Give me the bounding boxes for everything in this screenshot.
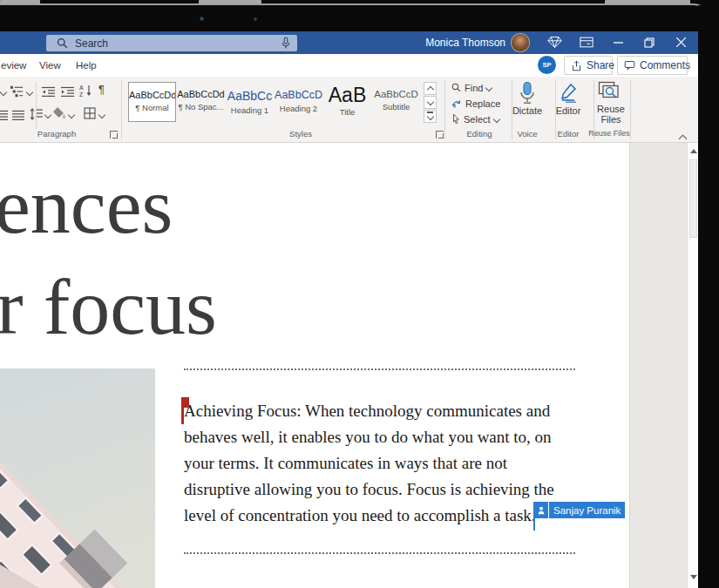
editor-icon[interactable]	[558, 82, 579, 106]
sort-icon[interactable]: AZ	[79, 84, 93, 101]
style-subtitle[interactable]: AaBbCcD Subtitle	[372, 82, 420, 122]
styles-scroll-up-button[interactable]	[424, 82, 437, 95]
style-label: ¶ Normal	[129, 103, 175, 112]
share-icon	[571, 60, 582, 71]
tab-view[interactable]: View	[39, 60, 61, 71]
section-dotted-divider-bottom	[184, 552, 575, 554]
pilcrow-icon[interactable]: ¶	[98, 83, 105, 96]
replace-icon	[451, 98, 462, 109]
document-headline-line1[interactable]: ences	[0, 159, 173, 252]
dictate-label[interactable]: Dictate	[505, 105, 549, 116]
paragraph-dialog-launcher-icon[interactable]	[110, 131, 118, 139]
body-text-line[interactable]: Achieving Focus: When technology communi…	[184, 402, 550, 421]
select-label: Select	[464, 114, 491, 125]
replace-button[interactable]: Replace	[451, 98, 500, 109]
svg-text:Z: Z	[79, 91, 84, 98]
style-label: Subtitle	[372, 102, 420, 112]
document-image-building[interactable]	[0, 368, 155, 588]
reuse-files-label-line2[interactable]: Files	[596, 114, 626, 125]
vertical-scrollbar[interactable]	[687, 143, 699, 588]
styles-scroll-down-button[interactable]	[424, 96, 437, 109]
remote-cursor-red-flag	[181, 397, 189, 408]
reuse-files-label-line1[interactable]: Reuse	[596, 104, 626, 114]
replace-label: Replace	[465, 98, 500, 109]
remote-cursor-blue	[533, 518, 535, 531]
styles-group-label: Styles	[174, 129, 427, 139]
tab-help[interactable]: Help	[76, 60, 97, 71]
decrease-indent-icon[interactable]	[41, 85, 56, 101]
share-button[interactable]: Share	[564, 56, 613, 75]
document-headline-line2[interactable]: r focus	[0, 260, 217, 353]
restore-icon[interactable]	[644, 37, 655, 48]
styles-more-button[interactable]	[424, 110, 437, 123]
collaborator-flag[interactable]: Sanjay Puranik	[533, 502, 625, 518]
style-label: Title	[323, 107, 371, 117]
reuse-files-group-label: Reuse Files	[587, 129, 631, 138]
ribbon: AZ ¶ Paragraph AaBbCcDd ¶ Normal AaBb	[0, 77, 698, 143]
style-normal[interactable]: AaBbCcDd ¶ Normal	[128, 82, 176, 122]
style-label: Heading 2	[275, 104, 322, 113]
ribbon-display-options-icon[interactable]	[580, 37, 594, 48]
multilevel-list-icon[interactable]	[10, 85, 24, 101]
camera-dot	[200, 17, 204, 21]
search-icon	[57, 37, 68, 49]
search-input[interactable]: Search	[46, 35, 297, 51]
justify-icon-partial[interactable]	[0, 109, 8, 120]
chevron-down-icon[interactable]	[26, 89, 33, 96]
device-bezel-right	[698, 5, 719, 588]
style-heading2[interactable]: AaBbCcD Heading 2	[275, 82, 322, 122]
svg-text:A: A	[79, 84, 84, 91]
find-label: Find	[465, 83, 483, 93]
account-name[interactable]: Monica Thomson	[401, 37, 505, 49]
justify-icon[interactable]	[12, 109, 24, 125]
comment-icon	[624, 60, 635, 71]
style-no-spacing[interactable]: AaBbCcDd ¶ No Spac...	[177, 82, 225, 122]
body-text-line[interactable]: your terms. It communicates in ways that…	[184, 454, 507, 473]
chevron-down-icon[interactable]	[0, 89, 7, 96]
voice-search-icon[interactable]	[281, 37, 290, 50]
chevron-down-icon[interactable]	[44, 112, 51, 118]
style-sample: AaB	[323, 84, 371, 107]
line-spacing-icon[interactable]	[30, 108, 44, 124]
section-dotted-divider-top	[184, 368, 575, 370]
body-text-line[interactable]: disruptive allowing you to focus. Focus …	[184, 480, 554, 499]
find-icon	[451, 83, 461, 92]
comments-button[interactable]: Comments	[617, 56, 688, 75]
style-sample: AaBbCcD	[275, 89, 322, 101]
style-sample: AaBbCcDd	[177, 89, 225, 99]
find-button[interactable]: Find	[451, 82, 492, 93]
style-sample: AaBbCcDd	[129, 90, 175, 100]
document-background	[629, 143, 688, 588]
borders-icon[interactable]	[84, 107, 96, 123]
editor-group-label: Editor	[547, 129, 589, 139]
chevron-down-icon[interactable]	[68, 112, 75, 118]
presence-badge[interactable]: SP	[538, 56, 556, 74]
premium-gem-icon[interactable]	[547, 36, 562, 49]
increase-indent-icon[interactable]	[60, 85, 75, 101]
style-sample: AaBbCc	[226, 89, 274, 103]
select-button[interactable]: Select	[451, 113, 499, 125]
body-text-line[interactable]: behaves well, it enables you to do what …	[184, 428, 552, 447]
person-icon	[533, 502, 548, 518]
comments-label: Comments	[640, 59, 690, 71]
style-heading1[interactable]: AaBbCc Heading 1	[226, 82, 274, 122]
close-icon[interactable]	[676, 37, 686, 47]
style-title[interactable]: AaB Title	[323, 82, 371, 122]
device-screen: Search Monica Thomson eview View Help SP…	[0, 0, 719, 588]
scrollbar-thumb[interactable]	[689, 159, 697, 238]
chevron-down-icon[interactable]	[98, 112, 105, 118]
minimize-icon[interactable]	[614, 42, 623, 44]
select-icon	[451, 113, 460, 125]
editor-label[interactable]: Editor	[547, 105, 589, 116]
body-text-line[interactable]: level of concentration you need to accom…	[184, 506, 536, 525]
avatar[interactable]	[512, 34, 529, 51]
paragraph-group-label: Paragraph	[0, 129, 113, 139]
style-label: Heading 1	[226, 105, 274, 115]
voice-group-label: Voice	[505, 129, 549, 139]
search-placeholder: Search	[75, 37, 108, 50]
reuse-files-icon[interactable]	[598, 81, 621, 106]
camera-dot	[254, 17, 257, 21]
collaborator-name: Sanjay Puranik	[549, 502, 625, 518]
shading-bucket-icon[interactable]	[52, 106, 66, 124]
tab-review[interactable]: eview	[1, 60, 26, 71]
